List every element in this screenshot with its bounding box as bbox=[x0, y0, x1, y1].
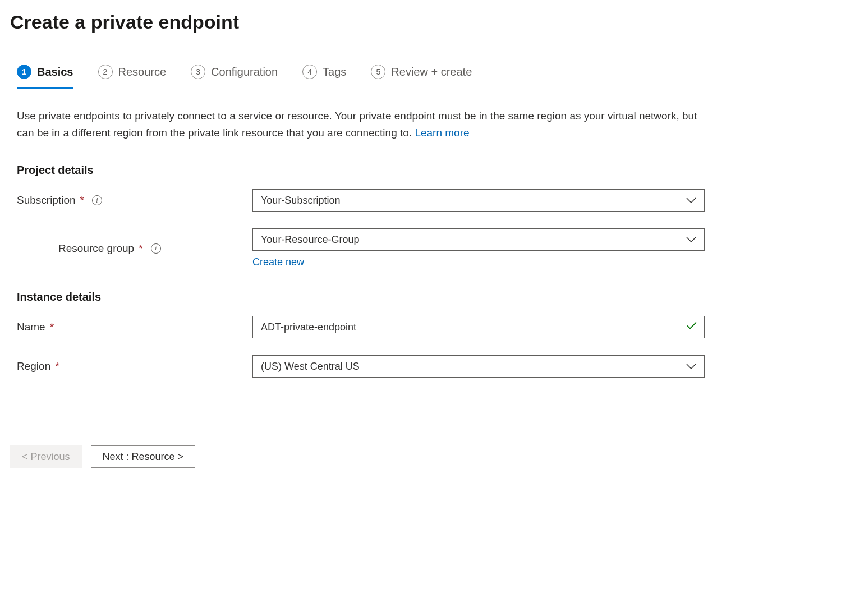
required-indicator: * bbox=[139, 242, 142, 255]
tree-connector bbox=[20, 209, 50, 238]
chevron-down-icon bbox=[686, 197, 696, 203]
wizard-tabs: 1 Basics 2 Resource 3 Configuration 4 Ta… bbox=[10, 65, 851, 89]
region-label: Region bbox=[17, 360, 50, 373]
chevron-down-icon bbox=[686, 237, 696, 242]
previous-button: < Previous bbox=[10, 445, 82, 468]
chevron-down-icon bbox=[686, 364, 696, 369]
subscription-row: Subscription * i Your-Subscription bbox=[17, 189, 705, 212]
subscription-value: Your-Subscription bbox=[261, 195, 340, 206]
subscription-dropdown[interactable]: Your-Subscription bbox=[252, 189, 705, 212]
name-input[interactable] bbox=[261, 316, 696, 338]
region-row: Region * (US) West Central US bbox=[17, 355, 705, 378]
name-label: Name bbox=[17, 321, 45, 333]
info-icon[interactable]: i bbox=[151, 243, 161, 254]
tab-configuration[interactable]: 3 Configuration bbox=[191, 65, 278, 89]
required-indicator: * bbox=[50, 321, 54, 333]
resource-group-row: Resource group * i Your-Resource-Group C… bbox=[17, 228, 705, 268]
learn-more-link[interactable]: Learn more bbox=[415, 127, 469, 139]
name-row: Name * bbox=[17, 316, 705, 338]
tab-label: Tags bbox=[323, 66, 346, 79]
name-input-wrapper bbox=[252, 316, 705, 338]
next-button[interactable]: Next : Resource > bbox=[91, 445, 196, 468]
tab-label: Configuration bbox=[211, 66, 278, 79]
resource-group-value: Your-Resource-Group bbox=[261, 234, 359, 246]
subscription-label: Subscription bbox=[17, 194, 76, 206]
tab-resource[interactable]: 2 Resource bbox=[98, 65, 167, 89]
tab-review-create[interactable]: 5 Review + create bbox=[371, 65, 472, 89]
tab-step-number: 2 bbox=[98, 65, 113, 79]
required-indicator: * bbox=[80, 194, 84, 206]
required-indicator: * bbox=[55, 360, 59, 373]
page-title: Create a private endpoint bbox=[10, 11, 851, 33]
region-dropdown[interactable]: (US) West Central US bbox=[252, 355, 705, 378]
tab-step-number: 3 bbox=[191, 65, 205, 79]
tab-step-number: 4 bbox=[302, 65, 317, 79]
description-text: Use private endpoints to privately conne… bbox=[17, 108, 705, 141]
tab-step-number: 5 bbox=[371, 65, 385, 79]
tab-step-number: 1 bbox=[17, 65, 31, 79]
tab-basics[interactable]: 1 Basics bbox=[17, 65, 73, 89]
project-details-heading: Project details bbox=[17, 164, 705, 177]
tab-label: Basics bbox=[37, 66, 73, 79]
info-icon[interactable]: i bbox=[92, 195, 102, 205]
tab-label: Resource bbox=[118, 66, 167, 79]
tab-tags[interactable]: 4 Tags bbox=[302, 65, 346, 89]
create-new-link[interactable]: Create new bbox=[252, 256, 304, 268]
tab-label: Review + create bbox=[391, 66, 472, 79]
instance-details-heading: Instance details bbox=[17, 291, 705, 304]
footer-actions: < Previous Next : Resource > bbox=[10, 425, 851, 468]
region-value: (US) West Central US bbox=[261, 361, 360, 373]
resource-group-label: Resource group bbox=[58, 242, 134, 255]
resource-group-dropdown[interactable]: Your-Resource-Group bbox=[252, 228, 705, 251]
checkmark-icon bbox=[686, 321, 697, 333]
